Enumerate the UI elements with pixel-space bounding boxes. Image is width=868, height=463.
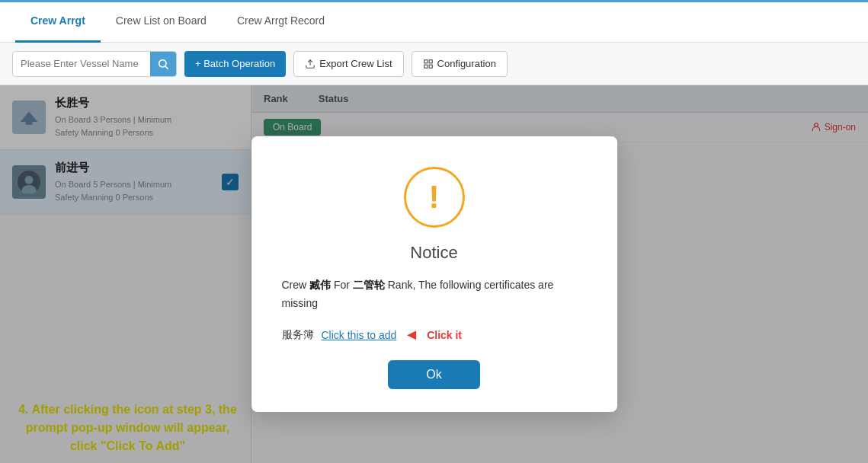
cert-label: 服务簿	[282, 328, 314, 342]
search-button[interactable]	[150, 51, 176, 77]
cert-row: 服务簿 Click this to add ◄ Click it	[282, 326, 587, 343]
export-crew-list-button[interactable]: Export Crew List	[293, 51, 403, 77]
svg-rect-4	[429, 59, 432, 62]
configuration-button[interactable]: Configuration	[412, 51, 508, 77]
configuration-icon	[423, 59, 434, 69]
click-it-arrow: ◄	[404, 326, 419, 343]
toolbar: + Batch Operation Export Crew List Confi…	[0, 43, 868, 85]
modal-title: Notice	[282, 243, 587, 263]
crew-name: 臧伟	[309, 279, 331, 291]
svg-rect-6	[424, 65, 427, 68]
modal-overlay: ! Notice Crew 臧伟 For 二管轮 Rank, The follo…	[0, 85, 868, 463]
modal-body: Crew 臧伟 For 二管轮 Rank, The following cert…	[282, 276, 587, 313]
tab-crew-arrgt[interactable]: Crew Arrgt	[15, 0, 101, 43]
search-wrap	[12, 51, 177, 77]
modal-ok-button[interactable]: Ok	[388, 360, 479, 389]
notice-icon: !	[404, 167, 465, 228]
notice-modal: ! Notice Crew 臧伟 For 二管轮 Rank, The follo…	[251, 136, 617, 413]
modal-icon-wrap: !	[282, 167, 587, 228]
svg-rect-5	[429, 65, 432, 68]
tab-crew-list-on-board[interactable]: Crew List on Board	[101, 0, 222, 43]
main-content: 长胜号 On Board 3 Persons | Minimum Safety …	[0, 85, 868, 463]
search-input[interactable]	[13, 58, 150, 69]
top-nav: Crew Arrgt Crew List on Board Crew Arrgt…	[0, 0, 868, 43]
click-it-label: Click it	[427, 329, 462, 341]
cert-link[interactable]: Click this to add	[322, 329, 397, 341]
crew-rank: 二管轮	[353, 279, 385, 291]
exclamation-icon: !	[429, 181, 440, 213]
tab-crew-arrgt-record[interactable]: Crew Arrgt Record	[222, 0, 340, 43]
svg-line-1	[165, 66, 168, 69]
svg-point-0	[159, 59, 166, 66]
export-icon	[305, 59, 315, 69]
batch-operation-button[interactable]: + Batch Operation	[184, 51, 286, 77]
svg-rect-3	[424, 59, 427, 62]
search-icon	[157, 58, 169, 70]
